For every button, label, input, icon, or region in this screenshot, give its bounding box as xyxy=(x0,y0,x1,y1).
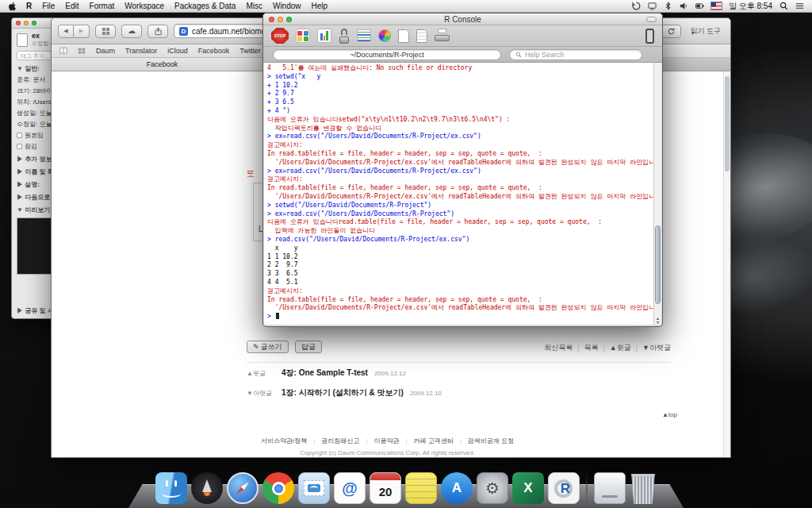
console-scrollbar-thumb[interactable] xyxy=(655,225,661,304)
editor-lines-icon[interactable] xyxy=(357,29,371,42)
launchpad-dock-icon[interactable] xyxy=(191,472,223,504)
browser-scrollbar-thumb[interactable] xyxy=(725,76,730,171)
write-post-button[interactable]: ✎ 글쓰기 xyxy=(247,341,289,353)
share-button[interactable] xyxy=(147,25,168,38)
system-preferences-dock-icon[interactable]: ⚙ xyxy=(477,472,508,504)
bookmarks-list: DaumTranslatoriCloudFacebookTwitter xyxy=(96,47,261,55)
apple-menu-icon[interactable] xyxy=(8,2,16,11)
tab-facebook[interactable]: Facebook xyxy=(52,58,274,71)
menu-window[interactable]: Window xyxy=(273,0,301,13)
volume-icon[interactable] xyxy=(680,2,688,10)
menu-packages-data[interactable]: Packages & Data xyxy=(174,0,236,13)
print-icon[interactable] xyxy=(435,29,450,43)
console-line: '/Users/David/Documents/R-Project/ex.csv… xyxy=(267,304,650,313)
excel-dock-icon[interactable]: X xyxy=(512,472,544,504)
reload-button[interactable] xyxy=(661,25,681,38)
notification-center-icon[interactable] xyxy=(795,2,804,10)
zoom-button[interactable] xyxy=(32,21,36,25)
checkbox[interactable] xyxy=(17,144,22,149)
minimize-button[interactable] xyxy=(24,21,29,25)
toolbar-toggle-button[interactable] xyxy=(646,17,657,22)
page-text-fragment: 또 xyxy=(247,168,255,179)
console-output[interactable]: 4 5.1'를 여는데 실패했습니다: No such file or dire… xyxy=(264,63,653,325)
menu-format[interactable]: Format xyxy=(90,0,115,13)
bookmark-icloud[interactable]: iCloud xyxy=(167,47,188,55)
safari-dock-icon[interactable] xyxy=(227,472,259,504)
close-button[interactable] xyxy=(16,21,21,25)
bookmark-translator[interactable]: Translator xyxy=(125,47,157,55)
post-nav-link[interactable]: ▼아랫글 xyxy=(642,343,671,353)
post-nav-links: 최신목록|목록|▲윗글|▼아랫글 xyxy=(544,343,671,353)
next-post-link[interactable]: 1장: 시작하기 (설치하기 & 맛보기) xyxy=(282,387,404,398)
console-line: 다음에 오류가 있습니다setwd("x\ty\n1\t10.2\n2\t9.7… xyxy=(267,116,650,125)
console-scrollbar[interactable]: ▲ ▼ xyxy=(653,63,661,325)
chart-icon[interactable] xyxy=(317,29,331,43)
app-menu-title[interactable]: R xyxy=(26,0,32,13)
trash-dock-icon[interactable] xyxy=(630,474,657,504)
bluetooth-icon[interactable] xyxy=(664,2,672,10)
scrollbar-arrows[interactable]: ▲ ▼ xyxy=(654,317,661,325)
post-nav-link[interactable]: ▲윗글 xyxy=(610,343,631,353)
footer-link[interactable]: 검색비공개 요청 xyxy=(468,437,514,445)
finder-dock-icon[interactable] xyxy=(155,472,187,504)
back-to-top-link[interactable]: ▲top xyxy=(662,411,677,418)
color-wheel-icon[interactable] xyxy=(378,29,391,42)
post-nav-link[interactable]: 목록 xyxy=(584,343,598,353)
input-language-flag-icon[interactable] xyxy=(711,2,722,10)
lock-icon[interactable] xyxy=(339,29,350,44)
footer-link[interactable]: 카페 고객센터 xyxy=(413,437,453,445)
reply-button[interactable]: 답글 xyxy=(295,341,322,353)
zoom-button[interactable] xyxy=(286,17,292,22)
battery-icon[interactable] xyxy=(695,2,704,10)
r-console-toolbar: STOP xyxy=(263,25,662,47)
bookmark-facebook[interactable]: Facebook xyxy=(198,47,230,55)
working-directory-field[interactable]: ~/Documents/R-Project xyxy=(273,49,501,60)
menu-workspace[interactable]: Workspace xyxy=(124,0,164,13)
external-drive-dock-icon[interactable] xyxy=(594,472,626,504)
scroll-down-icon[interactable]: ▼ xyxy=(654,321,661,325)
minimize-button[interactable] xyxy=(278,17,283,22)
footer-link[interactable]: 이용약관 xyxy=(373,437,399,445)
menu-clock[interactable]: 일 오후 8:54 xyxy=(729,0,772,13)
menu-help[interactable]: Help xyxy=(312,0,328,13)
r-console-titlebar[interactable]: R Console xyxy=(263,13,662,25)
footer-link[interactable]: 서비스약관/정책 xyxy=(261,437,307,445)
mail-dock-icon[interactable] xyxy=(298,472,330,504)
packages-icon[interactable] xyxy=(296,29,310,43)
browser-scrollbar[interactable] xyxy=(723,71,730,457)
forward-button[interactable]: ▶ xyxy=(74,25,90,38)
menu-edit[interactable]: Edit xyxy=(65,0,79,13)
back-button[interactable]: ◀ xyxy=(58,25,74,38)
stickies-dock-icon[interactable] xyxy=(405,472,437,504)
spotlight-icon[interactable] xyxy=(779,2,788,10)
new-document-icon[interactable] xyxy=(398,29,409,43)
app-store-dock-icon[interactable]: A xyxy=(441,472,473,504)
reader-button[interactable]: 읽기 도구 xyxy=(687,26,724,37)
checkbox[interactable] xyxy=(17,133,22,138)
icloud-button[interactable]: ☁ xyxy=(121,25,142,38)
close-button[interactable] xyxy=(269,17,274,22)
menu-misc[interactable]: Misc xyxy=(246,0,262,13)
open-document-icon[interactable] xyxy=(416,29,427,43)
stop-button[interactable]: STOP xyxy=(271,28,289,44)
dock: @ 20 A ⚙ X R xyxy=(128,465,684,508)
top-sites-button[interactable] xyxy=(95,25,116,38)
prev-post-link[interactable]: 4장: One Sample T-test xyxy=(282,368,368,379)
history-nav-group: ◀ ▶ xyxy=(58,25,90,38)
bookmarks-book-icon[interactable] xyxy=(59,47,67,55)
device-icon[interactable] xyxy=(645,29,654,44)
calendar-dock-icon[interactable]: 20 xyxy=(370,472,401,504)
chrome-dock-icon[interactable] xyxy=(262,472,294,504)
bookmark-daum[interactable]: Daum xyxy=(96,47,115,55)
r-dock-icon[interactable]: R xyxy=(548,472,580,504)
bookmark-twitter[interactable]: Twitter xyxy=(239,47,261,55)
post-nav-link[interactable]: 최신목록 xyxy=(544,343,573,353)
text-cursor xyxy=(276,313,279,319)
time-machine-icon[interactable] xyxy=(632,2,641,10)
display-icon[interactable] xyxy=(648,2,657,10)
help-search-field[interactable]: Help Search xyxy=(509,49,642,60)
mail-at-dock-icon[interactable]: @ xyxy=(334,472,366,504)
menu-file[interactable]: File xyxy=(42,0,55,13)
top-sites-grid-icon[interactable] xyxy=(78,47,86,55)
footer-link[interactable]: 권리침해신고 xyxy=(321,437,359,445)
